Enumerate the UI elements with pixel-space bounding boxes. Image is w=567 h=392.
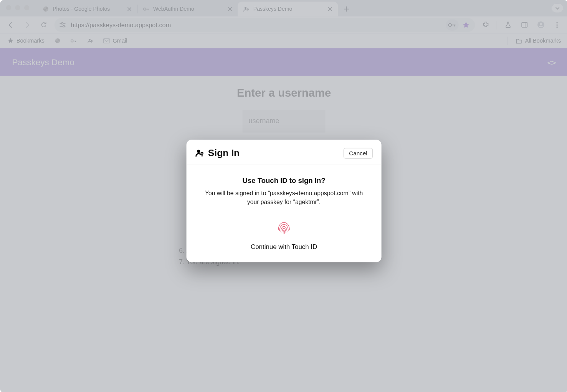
- dialog-question: Use Touch ID to sign in?: [198, 176, 369, 184]
- dialog-title: Sign In: [208, 147, 240, 158]
- cancel-button[interactable]: Cancel: [344, 148, 373, 158]
- svg-point-29: [197, 150, 200, 153]
- browser-window: Photos - Google Photos WebAuthn Demo: [0, 0, 567, 392]
- signin-dialog: Sign In Cancel Use Touch ID to sign in? …: [187, 140, 382, 262]
- continue-touchid-label: Continue with Touch ID: [198, 242, 369, 250]
- passkey-icon: [195, 148, 205, 158]
- svg-rect-32: [202, 155, 203, 156]
- fingerprint-icon[interactable]: [274, 217, 293, 236]
- dialog-message: You will be signed in to “passkeys-demo.…: [198, 189, 369, 206]
